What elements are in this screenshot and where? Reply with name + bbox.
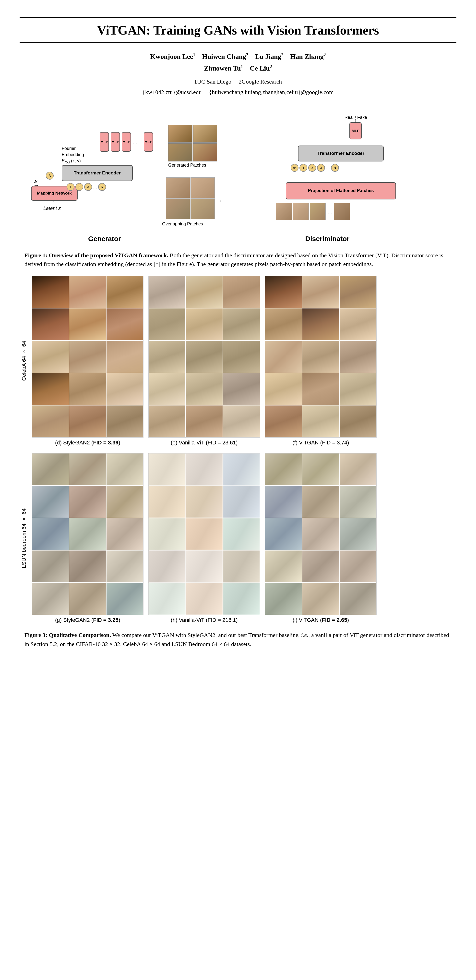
discriminator-label: Discriminator (293, 235, 362, 243)
group-e: (e) Vanilla-ViT (FID = 23.61) (148, 276, 260, 446)
overlapping-patches-label: Overlapping Patches (162, 221, 203, 227)
arrow-real-fake: ↑ (354, 117, 357, 124)
celeba-vanillavit-grid (148, 276, 260, 438)
celeba-row: CelebA 64 × 64 (d) StyleG (20, 276, 456, 446)
transformer-encoder-disc: Transformer Encoder (298, 146, 384, 161)
a-token: A (46, 172, 54, 180)
latent-label: Latent z (43, 205, 61, 211)
author-1: Kwonjoon Lee1 (150, 52, 195, 60)
generator-label: Generator (73, 235, 136, 243)
generated-patches-label: Generated Patches (168, 163, 206, 168)
fourier-label: FourierEmbeddingEfou (x, y) (62, 146, 84, 165)
author-5: Zhuowen Tu1 (204, 64, 243, 72)
author-2: Huiwen Chang2 (202, 52, 248, 60)
figure1-diagram: Generator Discriminator Mapping Network … (24, 110, 452, 247)
group-i: (i) ViTGAN (FID = 2.65) (265, 453, 377, 623)
affiliations: 1UC San Diego 2Google Research {kw1042,z… (20, 76, 456, 97)
authors-block: Kwonjoon Lee1 Huiwen Chang2 Lu Jiang2 Ha… (20, 51, 456, 74)
dots-mlp: ... (133, 139, 137, 146)
transformer-encoder-gen: Transformer Encoder (62, 165, 133, 181)
author-6: Ce Liu2 (250, 64, 272, 72)
group-e-label: (e) Vanilla-ViT (FID = 23.61) (171, 439, 238, 446)
celeba-label: CelebA 64 × 64 (20, 341, 29, 381)
author-4: Han Zhang2 (290, 52, 326, 60)
arrow-w: → (33, 182, 39, 189)
mlp-4: MLP (144, 132, 153, 152)
group-d-label: (d) StyleGAN2 (FID = 3.39) (55, 439, 120, 446)
group-i-label: (i) ViTGAN (FID = 2.65) (293, 617, 349, 623)
lsun-vitgan-grid (265, 453, 377, 615)
disc-tokens: 0* 1 2 3 ... N (290, 164, 339, 172)
group-f-label: (f) ViTGAN (FID = 3.74) (292, 439, 349, 446)
disc-patch-images: ... (276, 203, 350, 220)
group-g-label: (g) StyleGAN2 (FID = 3.25) (55, 617, 120, 623)
lsun-vanillavit-grid (148, 453, 260, 615)
gen-tokens: 1 2 3 ... N (67, 183, 106, 191)
group-f: (f) ViTGAN (FID = 3.74) (265, 276, 377, 446)
overlapping-patches-images (166, 177, 215, 219)
projection-box: Projection of Flattened Patches (286, 182, 396, 199)
mlp-disc: MLP (349, 122, 362, 139)
paper-title: ViTGAN: Training GANs with Vision Transf… (20, 17, 456, 43)
lsun-label: LSUN bedroom 64 × 64 (20, 508, 29, 568)
celeba-vitgan-grid (265, 276, 377, 438)
arrow-to-disc: → (216, 197, 222, 205)
lsun-stylegan2-grid (32, 453, 143, 615)
lsun-row: LSUN bedroom 64 × 64 (g) StyleGAN2 (20, 453, 456, 623)
celeba-section: CelebA 64 × 64 (d) StyleG (20, 276, 456, 446)
generated-patches-images (168, 125, 217, 161)
author-3: Lu Jiang2 (255, 52, 284, 60)
group-h-label: (h) Vanilla-ViT (FID = 218.1) (171, 617, 238, 623)
lsun-section: LSUN bedroom 64 × 64 (g) StyleGAN2 (20, 453, 456, 623)
figure1-caption: Figure 1: Overview of the proposed ViTGA… (24, 251, 452, 269)
celeba-stylegan2-grid (32, 276, 143, 438)
figure3-caption: Figure 3: Qualitative Comparison. We com… (24, 631, 452, 649)
mlp-2: MLP (111, 132, 120, 152)
mlp-1: MLP (100, 132, 109, 152)
group-d: (d) StyleGAN2 (FID = 3.39) (32, 276, 143, 446)
mlp-3: MLP (122, 132, 131, 152)
group-g: (g) StyleGAN2 (FID = 3.25) (32, 453, 143, 623)
group-h: (h) Vanilla-ViT (FID = 218.1) (148, 453, 260, 623)
arrow-latent: ↑ (52, 199, 55, 206)
